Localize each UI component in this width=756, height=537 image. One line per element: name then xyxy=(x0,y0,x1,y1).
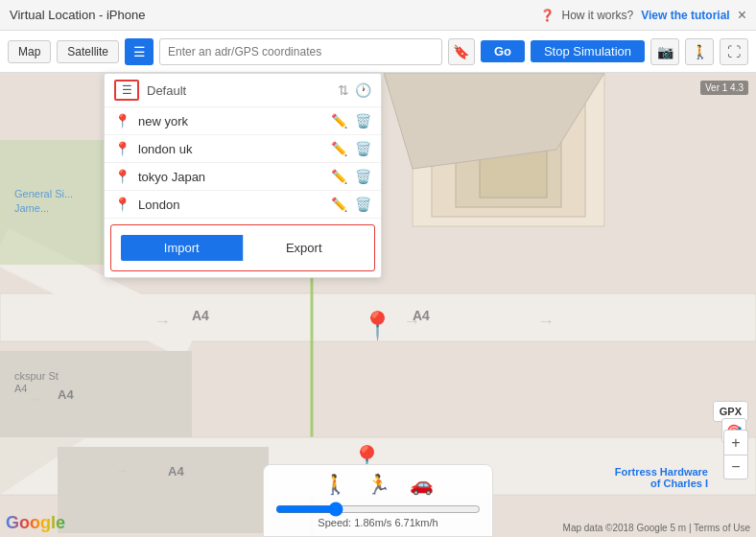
import-button[interactable]: Import xyxy=(121,235,243,261)
dropdown-default-text: Default xyxy=(147,83,338,98)
map-view-button[interactable]: Map xyxy=(8,40,51,63)
svg-text:A4: A4 xyxy=(58,387,74,402)
clock-icon[interactable]: 🕐 xyxy=(355,82,371,98)
fortress-line2: of Charles I xyxy=(615,478,708,489)
car-transport-icon[interactable]: 🚗 xyxy=(410,473,434,496)
help-icon: ❓ xyxy=(540,9,555,22)
dropdown-list-icon: ☰ xyxy=(114,80,139,101)
tutorial-link[interactable]: View the tutorial xyxy=(641,9,729,22)
title-bar: Virtual Location - iPhone ❓ How it works… xyxy=(0,0,756,31)
svg-text:→: → xyxy=(115,463,129,479)
location-actions-london-uk: ✏️ 🗑️ xyxy=(331,141,371,156)
list-toggle-button[interactable]: ☰ xyxy=(125,38,154,65)
svg-text:→: → xyxy=(29,391,42,407)
walk-transport-icon[interactable]: 🚶 xyxy=(323,473,347,496)
walk-button[interactable]: 🚶 xyxy=(685,38,714,65)
export-button[interactable]: Export xyxy=(243,235,366,261)
location-item-london-uk[interactable]: 📍 london uk ✏️ 🗑️ xyxy=(105,135,381,163)
location-name-london: London xyxy=(138,198,331,212)
svg-rect-12 xyxy=(58,447,269,533)
location-name-newyork: new york xyxy=(138,114,331,128)
location-actions-newyork: ✏️ 🗑️ xyxy=(331,113,371,128)
edit-icon-newyork[interactable]: ✏️ xyxy=(331,113,347,128)
dropdown-header: ☰ Default ⇅ 🕐 xyxy=(105,74,381,107)
dropdown-sort-icons: ⇅ 🕐 xyxy=(338,82,371,98)
delete-icon-london[interactable]: 🗑️ xyxy=(355,197,371,212)
version-label: Ver 1 4.3 xyxy=(700,81,748,95)
edit-icon-tokyo[interactable]: ✏️ xyxy=(331,169,347,184)
search-input[interactable] xyxy=(159,38,442,65)
zoom-in-button[interactable]: + xyxy=(723,430,748,455)
location-actions-tokyo: ✏️ 🗑️ xyxy=(331,169,371,184)
svg-text:→: → xyxy=(154,312,171,331)
delete-icon-newyork[interactable]: 🗑️ xyxy=(355,113,371,128)
go-button[interactable]: Go xyxy=(481,40,525,62)
svg-text:→: → xyxy=(537,312,555,331)
dropdown-panel: ☰ Default ⇅ 🕐 📍 new york ✏️ 🗑️ 📍 london … xyxy=(104,73,382,278)
title-bar-right: ❓ How it works? View the tutorial × xyxy=(540,7,747,24)
svg-text:ckspur St: ckspur St xyxy=(14,370,59,382)
svg-text:A4: A4 xyxy=(168,464,184,479)
map-data-text: Map data ©2018 Google 5 m | Terms of Use xyxy=(563,523,750,533)
bookmark-button[interactable]: 🔖 xyxy=(448,38,475,65)
svg-text:A4: A4 xyxy=(192,308,209,323)
run-transport-icon[interactable]: 🏃 xyxy=(366,473,390,496)
speed-slider[interactable] xyxy=(275,502,481,517)
svg-text:A4: A4 xyxy=(413,308,430,323)
toolbar: Map Satellite ☰ 🔖 Go Stop Simulation 📷 🚶… xyxy=(0,31,756,73)
pin-icon-tokyo: 📍 xyxy=(114,169,130,184)
window-title: Virtual Location - iPhone xyxy=(10,8,145,22)
location-name-tokyo: tokyo Japan xyxy=(138,170,331,184)
location-actions-london: ✏️ 🗑️ xyxy=(331,197,371,212)
speed-slider-row xyxy=(275,502,481,517)
pin-icon-london: 📍 xyxy=(114,197,130,212)
transport-icons: 🚶 🏃 🚗 xyxy=(323,473,434,496)
zoom-controls: + − xyxy=(723,430,748,479)
speed-text: Speed: 1.86m/s 6.71km/h xyxy=(318,517,437,528)
close-button[interactable]: × xyxy=(738,7,746,24)
location-item-tokyo[interactable]: 📍 tokyo Japan ✏️ 🗑️ xyxy=(105,163,381,191)
red-map-pin[interactable]: 📍 xyxy=(361,310,394,341)
stop-simulation-button[interactable]: Stop Simulation xyxy=(531,40,645,62)
pin-icon-newyork: 📍 xyxy=(114,113,130,128)
pin-icon-london-uk: 📍 xyxy=(114,141,130,156)
camera-button[interactable]: 📷 xyxy=(650,38,679,65)
speed-bar: 🚶 🏃 🚗 Speed: 1.86m/s 6.71km/h xyxy=(263,464,493,537)
location-item-london[interactable]: 📍 London ✏️ 🗑️ xyxy=(105,191,381,219)
satellite-view-button[interactable]: Satellite xyxy=(57,40,119,63)
location-name-london-uk: london uk xyxy=(138,142,331,156)
svg-text:General Si...: General Si... xyxy=(14,188,73,199)
location-item-newyork[interactable]: 📍 new york ✏️ 🗑️ xyxy=(105,107,381,135)
fortress-line1: Fortress Hardware xyxy=(615,466,708,478)
edit-icon-london-uk[interactable]: ✏️ xyxy=(331,141,347,156)
fortress-info: Fortress Hardware of Charles I xyxy=(615,466,708,489)
fullscreen-button[interactable]: ⛶ xyxy=(720,38,748,65)
sort-icon[interactable]: ⇅ xyxy=(338,82,349,98)
help-text: How it works? xyxy=(562,9,634,22)
zoom-out-button[interactable]: − xyxy=(723,455,748,479)
import-export-row: Import Export xyxy=(110,224,375,271)
svg-text:A4: A4 xyxy=(14,383,27,394)
edit-icon-london[interactable]: ✏️ xyxy=(331,197,347,212)
delete-icon-tokyo[interactable]: 🗑️ xyxy=(355,169,371,184)
google-logo: Google xyxy=(6,513,65,533)
svg-text:Jame...: Jame... xyxy=(14,202,49,214)
delete-icon-london-uk[interactable]: 🗑️ xyxy=(355,141,371,156)
